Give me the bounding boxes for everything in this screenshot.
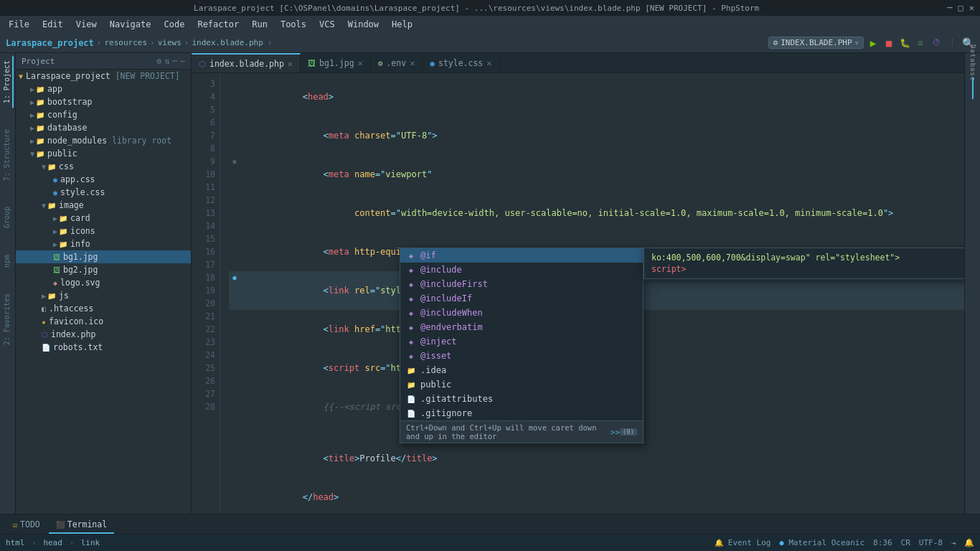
tree-item-index-php[interactable]: ⬡ index.php xyxy=(16,328,191,341)
menu-run[interactable]: Run xyxy=(246,18,273,31)
ac-item-public[interactable]: 📁 public xyxy=(400,377,643,392)
breadcrumb-file[interactable]: index.blade.php xyxy=(192,38,263,47)
menu-navigate[interactable]: Navigate xyxy=(104,18,157,31)
stop-button[interactable]: ■ xyxy=(882,37,895,50)
ac-item-includeIf[interactable]: ◈ @includeIf xyxy=(400,291,643,306)
debug-button[interactable]: 🐛 xyxy=(898,37,911,50)
menu-edit[interactable]: Edit xyxy=(37,18,69,31)
tab-env[interactable]: ⚙ .env ✕ xyxy=(371,53,423,73)
tree-item-icons[interactable]: ▶ 📁 icons xyxy=(16,225,191,237)
css-folder-icon: 📁 xyxy=(47,163,56,171)
minimize-button[interactable]: ─ xyxy=(947,3,952,13)
tree-item-favicon[interactable]: ★ favicon.ico xyxy=(16,315,191,328)
breadcrumb-link[interactable]: link xyxy=(81,538,100,547)
tree-item-bg1[interactable]: 🖼 bg1.jpg xyxy=(16,250,191,263)
code-editor[interactable]: 3 4 5 6 7 8 9 10 11 12 13 14 15 16 17 18… xyxy=(192,73,964,514)
ac-item-if[interactable]: ◈ @if xyxy=(400,248,643,263)
panel-tab-structure[interactable]: 7: Structure xyxy=(1,125,14,185)
tab-bg1-close[interactable]: ✕ xyxy=(358,58,363,68)
menu-refactor[interactable]: Refactor xyxy=(192,18,245,31)
panel-tab-favorites[interactable]: 2: Favorites xyxy=(1,289,14,349)
maximize-button[interactable]: □ xyxy=(958,3,963,13)
menu-tools[interactable]: Tools xyxy=(275,18,312,31)
breadcrumb-resources[interactable]: resources xyxy=(104,38,147,47)
ac-item-include[interactable]: ◈ @include xyxy=(400,263,643,277)
breadcrumb-head[interactable]: head xyxy=(43,538,62,547)
tab-style-css[interactable]: ◉ style.css ✕ xyxy=(423,53,499,73)
ac-item-includeFirst[interactable]: ◈ @includeFirst xyxy=(400,277,643,291)
tab-index-blade[interactable]: ⬡ index.blade.php ✕ xyxy=(192,53,301,73)
tree-item-style-css[interactable]: ◉ style.css xyxy=(16,186,191,199)
icons-expand-icon: ▶ xyxy=(53,227,57,235)
tree-item-bootstrap[interactable]: ▶ 📁 bootstrap xyxy=(16,95,191,108)
tab-env-close[interactable]: ✕ xyxy=(410,58,415,68)
bottom-tab-terminal[interactable]: ⬛ Terminal xyxy=(49,517,114,534)
left-panel-tabs: 1: Project 7: Structure Group npm 2: Fav… xyxy=(0,53,16,514)
ac-item-endverbatim[interactable]: ◈ @endverbatim xyxy=(400,320,643,334)
panel-tab-group[interactable]: Group xyxy=(1,202,14,232)
tree-item-htaccess[interactable]: ◧ .htaccess xyxy=(16,302,191,315)
tree-item-root[interactable]: ▼ Laraspace_project [NEW PROJECT] xyxy=(16,70,191,83)
right-sidebar: Database xyxy=(964,53,980,514)
indent-indicator[interactable]: ⇥ xyxy=(951,538,956,547)
encoding-indicator[interactable]: UTF-8 xyxy=(919,538,943,547)
tree-item-config[interactable]: ▶ 📁 config xyxy=(16,108,191,121)
tree-item-app-css[interactable]: ◉ app.css xyxy=(16,173,191,186)
ac-item-includeWhen[interactable]: ◈ @includeWhen xyxy=(400,306,643,320)
menu-vcs[interactable]: VCS xyxy=(314,18,341,31)
notifications-icon[interactable]: 🔔 xyxy=(964,538,974,547)
tree-item-logo[interactable]: ◈ logo.svg xyxy=(16,276,191,289)
tree-item-robots[interactable]: 📄 robots.txt xyxy=(16,341,191,354)
more-run-button[interactable]: ⋮ xyxy=(946,37,958,50)
profile-button[interactable]: ⏱ xyxy=(930,37,943,50)
breadcrumb-html[interactable]: html xyxy=(6,538,25,547)
tree-item-app[interactable]: ▶ 📁 app xyxy=(16,83,191,95)
tree-item-public[interactable]: ▼ 📁 public xyxy=(16,147,191,160)
run-button[interactable]: ▶ xyxy=(867,37,880,50)
ac-item-isset[interactable]: ◈ @isset xyxy=(400,349,643,363)
ac-blade-icon4: ◈ xyxy=(406,295,416,303)
js-expand-icon: ▶ xyxy=(42,292,46,300)
tab-index-blade-close[interactable]: ✕ xyxy=(288,59,293,69)
favicon-icon: ★ xyxy=(42,318,46,326)
htaccess-icon: ◧ xyxy=(42,305,46,313)
breadcrumb-views[interactable]: views xyxy=(158,38,182,47)
expand-icon[interactable]: ⋯ xyxy=(172,56,177,66)
config-selector[interactable]: ⚙ INDEX.BLADE.PHP ▼ xyxy=(768,37,864,49)
ac-item-gitattributes[interactable]: 📄 .gitattributes xyxy=(400,392,643,406)
database-folder-icon: 📁 xyxy=(36,124,44,132)
ac-folder-icon2: 📁 xyxy=(406,381,416,389)
line-ending-indicator[interactable]: CR xyxy=(901,538,910,547)
tab-style-css-close[interactable]: ✕ xyxy=(486,58,491,68)
menu-view[interactable]: View xyxy=(70,18,103,31)
close-panel-icon[interactable]: — xyxy=(180,56,185,66)
menu-window[interactable]: Window xyxy=(342,18,385,31)
panel-tab-project[interactable]: 1: Project xyxy=(1,56,14,108)
tree-item-card[interactable]: ▶ 📁 card xyxy=(16,212,191,225)
tree-item-bg2[interactable]: 🖼 bg2.jpg xyxy=(16,263,191,276)
gear-icon[interactable]: ⚙ xyxy=(156,56,161,66)
panel-tab-npm[interactable]: npm xyxy=(1,250,14,272)
tree-item-js[interactable]: ▶ 📁 js xyxy=(16,289,191,302)
ac-item-gitignore[interactable]: 📄 .gitignore xyxy=(400,406,643,420)
coverage-button[interactable]: ☑ xyxy=(914,37,927,50)
tree-item-node-modules[interactable]: ▶ 📁 node_modules library root xyxy=(16,134,191,147)
ac-item-idea[interactable]: 📁 .idea xyxy=(400,363,643,377)
event-log-button[interactable]: 🔔 Event Log xyxy=(715,538,771,547)
menu-file[interactable]: File xyxy=(3,18,35,31)
bottom-tab-todo[interactable]: ☑ TODO xyxy=(6,517,47,534)
tree-item-database[interactable]: ▶ 📁 database xyxy=(16,121,191,134)
line-numbers: 3 4 5 6 7 8 9 10 11 12 13 14 15 16 17 18… xyxy=(192,73,220,514)
menu-help[interactable]: Help xyxy=(386,18,418,31)
ac-item-inject[interactable]: ◈ @inject xyxy=(400,334,643,349)
right-tab-database[interactable]: Database xyxy=(966,56,980,70)
sort-icon[interactable]: ⇅ xyxy=(164,56,169,66)
theme-indicator[interactable]: ● Material Oceanic xyxy=(779,538,864,547)
close-button[interactable]: ✕ xyxy=(969,3,974,13)
tree-item-info[interactable]: ▶ 📁 info xyxy=(16,237,191,250)
tab-bg1[interactable]: 🖼 bg1.jpg ✕ xyxy=(301,53,371,73)
tree-item-image[interactable]: ▼ 📁 image xyxy=(16,199,191,212)
tree-item-css[interactable]: ▼ 📁 css xyxy=(16,160,191,173)
project-label[interactable]: Laraspace_project xyxy=(6,38,94,48)
menu-code[interactable]: Code xyxy=(159,18,191,31)
